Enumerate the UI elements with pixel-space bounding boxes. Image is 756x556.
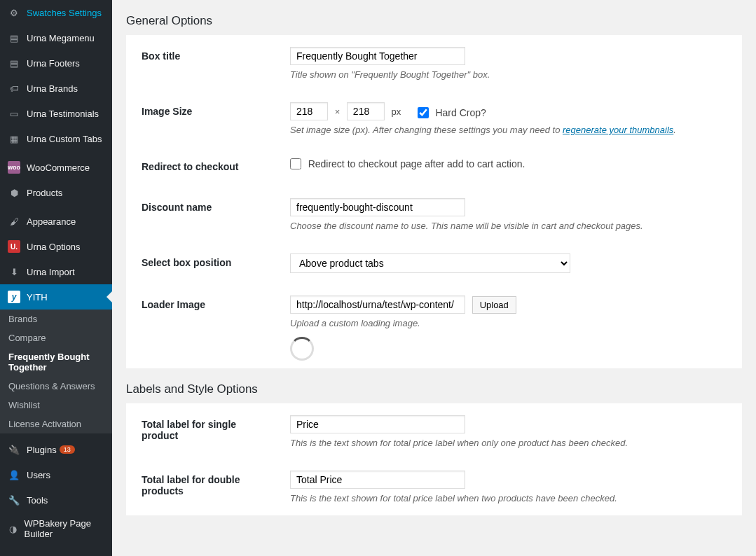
- image-size-desc: Set image size (px). After changing thes…: [290, 125, 734, 135]
- yith-icon: y: [7, 290, 21, 304]
- brush-icon: 🖌: [7, 214, 21, 228]
- sidebar-sub-license[interactable]: License Activation: [0, 415, 112, 433]
- labels-options-table: Total label for single product This is t…: [126, 403, 742, 515]
- times-symbol: ×: [335, 106, 341, 117]
- regenerate-thumbnails-link[interactable]: regenerate your thumbnails: [563, 125, 673, 135]
- total-single-desc: This is the text shown for total price l…: [290, 438, 734, 448]
- u-icon: U.: [7, 239, 21, 253]
- sidebar-item-wpbakery[interactable]: ◑WPBakery Page Builder: [0, 513, 112, 545]
- settings-content: General Options Box title Title shown on…: [112, 0, 756, 556]
- box-title-label: Box title: [128, 36, 282, 90]
- sidebar-item-swatches[interactable]: ⚙Swatches Settings: [0, 0, 112, 25]
- sidebar-sub-compare[interactable]: Compare: [0, 328, 112, 347]
- plugins-badge: 13: [60, 445, 75, 454]
- total-single-input[interactable]: [290, 415, 465, 433]
- sidebar-item-brands[interactable]: 🏷Urna Brands: [0, 76, 112, 101]
- hard-crop-checkbox[interactable]: [418, 107, 429, 118]
- section-title-labels: Labels and Style Options: [126, 382, 742, 396]
- total-double-input[interactable]: [290, 471, 465, 489]
- selectpos-label: Select box position: [128, 243, 282, 284]
- upload-button[interactable]: Upload: [472, 296, 516, 314]
- spinner-icon: [290, 337, 310, 356]
- sidebar-sub-brands[interactable]: Brands: [0, 310, 112, 328]
- loader-image-input[interactable]: [290, 296, 465, 314]
- redirect-label: Redirect to checkout: [128, 147, 282, 186]
- sidebar-item-customtabs[interactable]: ▦Urna Custom Tabs: [0, 126, 112, 151]
- sidebar-sub-wishlist[interactable]: Wishlist: [0, 396, 112, 415]
- grid-icon: ▦: [7, 132, 21, 146]
- box-title-desc: Title shown on "Frequently Bought Togeth…: [290, 69, 734, 80]
- section-title-general: General Options: [126, 14, 742, 28]
- discount-label: Discount name: [128, 188, 282, 242]
- sidebar-item-testimonials[interactable]: ▭Urna Testimonials: [0, 101, 112, 126]
- sidebar-item-appearance[interactable]: 🖌Appearance: [0, 209, 112, 234]
- redirect-checkbox[interactable]: [290, 158, 301, 169]
- layout-icon: ▤: [7, 31, 21, 45]
- wrench-icon: 🔧: [7, 493, 21, 507]
- total-double-label: Total label for double products: [128, 460, 282, 514]
- hard-crop-label: Hard Crop?: [435, 107, 486, 118]
- loader-label: Loader Image: [128, 285, 282, 367]
- general-options-table: Box title Title shown on "Frequently Bou…: [126, 35, 742, 368]
- discount-desc: Choose the discount name to use. This na…: [290, 221, 734, 231]
- sidebar-sub-fbt[interactable]: Frequently Bought Together: [0, 347, 112, 377]
- sidebar-item-urna-import[interactable]: ⬇Urna Import: [0, 259, 112, 284]
- box-title-input[interactable]: [290, 47, 465, 65]
- sidebar-item-woocommerce[interactable]: wooWooCommerce: [0, 155, 112, 180]
- sidebar-item-users[interactable]: 👤Users: [0, 462, 112, 487]
- sidebar-item-urna-options[interactable]: U.Urna Options: [0, 234, 112, 259]
- user-icon: 👤: [7, 468, 21, 482]
- select-box-position[interactable]: Above product tabs: [290, 253, 570, 273]
- download-icon: ⬇: [7, 265, 21, 279]
- total-double-desc: This is the text shown for total price l…: [290, 493, 734, 503]
- box-icon: ⬢: [7, 186, 21, 200]
- sidebar-item-megamenu[interactable]: ▤Urna Megamenu: [0, 25, 112, 50]
- redirect-chk-label: Redirect to checkout page after add to c…: [308, 158, 525, 169]
- testimonial-icon: ▭: [7, 106, 21, 120]
- image-size-width-input[interactable]: [290, 102, 328, 120]
- discount-name-input[interactable]: [290, 198, 465, 216]
- sidebar-item-products[interactable]: ⬢Products: [0, 180, 112, 205]
- total-single-label: Total label for single product: [128, 405, 282, 459]
- admin-sidebar: ⚙Swatches Settings ▤Urna Megamenu ▤Urna …: [0, 0, 112, 556]
- image-size-label: Image Size: [128, 92, 282, 146]
- layout-icon: ▤: [7, 56, 21, 70]
- plug-icon: 🔌: [7, 443, 21, 457]
- sidebar-item-yith[interactable]: yYITH: [0, 284, 112, 310]
- sidebar-item-plugins[interactable]: 🔌Plugins13: [0, 437, 112, 462]
- sidebar-sub-qa[interactable]: Questions & Answers: [0, 377, 112, 396]
- woo-icon: woo: [7, 160, 21, 174]
- px-label: px: [391, 106, 401, 117]
- tag-icon: 🏷: [7, 81, 21, 95]
- sidebar-item-tools[interactable]: 🔧Tools: [0, 487, 112, 513]
- wpb-icon: ◑: [7, 522, 19, 536]
- loader-desc: Upload a custom loading image.: [290, 318, 734, 328]
- sidebar-item-footers[interactable]: ▤Urna Footers: [0, 50, 112, 76]
- gear-icon: ⚙: [7, 6, 21, 20]
- image-size-height-input[interactable]: [347, 102, 385, 120]
